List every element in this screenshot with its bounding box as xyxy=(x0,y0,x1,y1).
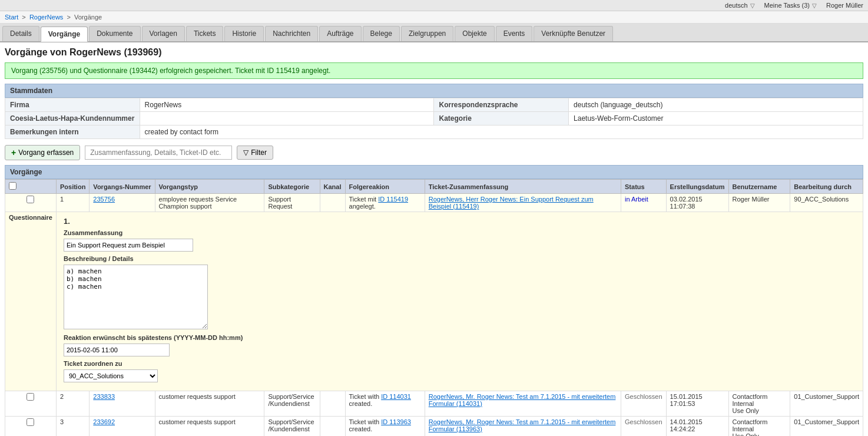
th-kanal: Kanal xyxy=(320,180,345,194)
row1-vorgangs-nummer-link[interactable]: 235756 xyxy=(93,196,115,203)
stammdaten-firma-row: Firma RogerNews Korrespondenzsprache deu… xyxy=(5,98,863,112)
tab-verknuepfte[interactable]: Verknüpfte Benutzer xyxy=(534,26,613,41)
row3-position: 3 xyxy=(56,417,89,437)
row2-folgereaktion-suffix: created. xyxy=(349,400,373,407)
row2-vorgangs-nummer-link[interactable]: 233833 xyxy=(93,393,115,400)
row1-ticket-link[interactable]: RogerNews, Herr Roger News: Ein Support … xyxy=(429,196,594,210)
language-selector[interactable]: deutsch ▽ xyxy=(725,2,755,9)
search-input[interactable] xyxy=(85,146,232,160)
row2-ticket-link[interactable]: RogerNews, Mr. Roger News: Test am 7.1.2… xyxy=(429,393,616,407)
row2-checkbox[interactable] xyxy=(26,393,34,401)
th-benutzername: Benutzername xyxy=(728,180,790,194)
row1-ticket-zusammenfassung[interactable]: RogerNews, Herr Roger News: Ein Support … xyxy=(425,194,621,212)
th-status: Status xyxy=(621,180,667,194)
row2-benutzername: Contactform InternalUse Only xyxy=(728,391,790,417)
questionnaire-zusammenfassung-label: Zusammenfassung xyxy=(64,229,856,236)
th-subkategorie: Subkategorie xyxy=(264,180,320,194)
row2-ticket-zusammenfassung[interactable]: RogerNews, Mr. Roger News: Test am 7.1.2… xyxy=(425,391,621,417)
row3-benutzername: Contactform InternalUse Only xyxy=(728,417,790,437)
questionnaire-ticket-label: Ticket zuordnen zu xyxy=(64,360,856,367)
row1-kanal xyxy=(320,194,345,212)
questionnaire-beschreibung-label: Beschreibung / Details xyxy=(64,255,856,262)
th-erstellungsdatum: Erstellungsdatum xyxy=(666,180,728,194)
row3-folgereaktion: Ticket with ID 113963 created. xyxy=(345,417,425,437)
page-title: Vorgänge von RogerNews (193969) xyxy=(5,47,863,58)
breadcrumb-company[interactable]: RogerNews xyxy=(29,14,63,21)
add-vorgang-button[interactable]: + Vorgang erfassen xyxy=(5,145,80,160)
th-folgereaktion: Folgereakion xyxy=(345,180,425,194)
row2-vorgangs-nummer[interactable]: 233833 xyxy=(90,391,155,417)
questionnaire-beschreibung-section: Beschreibung / Details a) machen b) mach… xyxy=(64,255,856,331)
row3-folgereaktion-link[interactable]: ID 113963 xyxy=(381,418,411,425)
filter-label: Filter xyxy=(251,148,267,157)
row3-erstellungsdatum: 14.01.2015 14:24:22 xyxy=(666,417,728,437)
filter-icon: ▽ xyxy=(243,148,249,157)
stammdaten-header: Stammdaten xyxy=(5,84,863,98)
tab-zielgruppen[interactable]: Zielgruppen xyxy=(401,26,453,41)
row3-ticket-zusammenfassung[interactable]: RogerNews, Mr. Roger News: Test am 7.1.2… xyxy=(425,417,621,437)
row1-vorgangs-nummer[interactable]: 235756 xyxy=(90,194,155,212)
row1-checkbox[interactable] xyxy=(26,196,34,203)
tasks-selector[interactable]: Meine Tasks (3) ▽ xyxy=(764,2,817,9)
vorgaenge-table: Position Vorgangs-Nummer Vorgangstyp Sub… xyxy=(5,179,863,436)
table-row: 3 233692 customer requests support Suppo… xyxy=(5,417,863,437)
row3-ticket-link[interactable]: RogerNews, Mr. Roger News: Test am 7.1.2… xyxy=(429,418,616,432)
tab-dokumente[interactable]: Dokumente xyxy=(89,26,140,41)
questionnaire-ticket-section: Ticket zuordnen zu 90_ACC_Solutions xyxy=(64,360,856,382)
questionnaire-ticket-select[interactable]: 90_ACC_Solutions xyxy=(64,369,158,382)
tab-events[interactable]: Events xyxy=(496,26,533,41)
row3-erstellungsdatum-date: 14.01.2015 xyxy=(670,418,725,425)
row3-kanal xyxy=(320,417,345,437)
tab-objekte[interactable]: Objekte xyxy=(455,26,494,41)
tab-belege[interactable]: Belege xyxy=(363,26,400,41)
row2-erstellungsdatum-date: 15.01.2015 xyxy=(670,393,725,400)
questionnaire-reaktion-input[interactable] xyxy=(64,343,170,356)
tab-tickets[interactable]: Tickets xyxy=(186,26,224,41)
tab-nachrichten[interactable]: Nachrichten xyxy=(265,26,318,41)
th-bearbeitung-durch: Bearbeitung durch xyxy=(790,180,863,194)
row3-folgereaktion-suffix: created. xyxy=(349,425,373,432)
firma-value: RogerNews xyxy=(140,98,434,112)
row2-status: Geschlossen xyxy=(621,391,667,417)
row3-status: Geschlossen xyxy=(621,417,667,437)
questionnaire-label-cell: Questionnaire xyxy=(5,212,57,391)
row3-erstellungsdatum-time: 14:24:22 xyxy=(670,425,725,432)
row1-folgereaktion-text: Ticket mit xyxy=(349,196,379,203)
th-vorgangstyp: Vorgangstyp xyxy=(155,180,264,194)
row2-bearbeitung-durch: 01_Customer_Support xyxy=(790,391,863,417)
filter-button[interactable]: ▽ Filter xyxy=(237,146,273,160)
row1-folgereaktion-link[interactable]: ID 115419 xyxy=(378,196,408,203)
row3-checkbox[interactable] xyxy=(26,418,34,426)
row3-subkategorie: Support/Service/Kundendienst xyxy=(264,417,320,437)
breadcrumb: Start > RogerNews > Vorgänge xyxy=(0,11,868,24)
main-content: Vorgänge von RogerNews (193969) Vorgang … xyxy=(0,42,868,436)
row3-vorgangstyp: customer requests support xyxy=(155,417,264,437)
tab-auftraege[interactable]: Aufträge xyxy=(319,26,361,41)
row3-checkbox-cell xyxy=(5,417,57,437)
questionnaire-zusammenfassung-input[interactable] xyxy=(64,239,193,252)
row2-folgereaktion-text: Ticket with xyxy=(349,393,382,400)
stammdaten-coesia-row: Coesia-Laetus-Hapa-Kundennummer Kategori… xyxy=(5,112,863,125)
language-dropdown-icon: ▽ xyxy=(750,2,755,9)
row2-folgereaktion: Ticket with ID 114031 created. xyxy=(345,391,425,417)
tab-vorlagen[interactable]: Vorlagen xyxy=(142,26,185,41)
tab-vorgaenge[interactable]: Vorgänge xyxy=(41,27,88,42)
questionnaire-row: Questionnaire 1. Zusammenfassung Beschre… xyxy=(5,212,863,391)
row2-erstellungsdatum: 15.01.2015 17:01:53 xyxy=(666,391,728,417)
row3-vorgangs-nummer-link[interactable]: 233692 xyxy=(93,418,115,425)
stammdaten-table: Firma RogerNews Korrespondenzsprache deu… xyxy=(5,98,863,139)
top-bar: deutsch ▽ Meine Tasks (3) ▽ Roger Müller xyxy=(0,0,868,11)
questionnaire-beschreibung-textarea[interactable]: a) machen b) machen c) machen xyxy=(64,265,208,329)
row2-vorgangstyp: customer requests support xyxy=(155,391,264,417)
language-label: deutsch xyxy=(725,2,748,9)
tab-details[interactable]: Details xyxy=(2,26,39,41)
success-message: Vorgang (235756) und Questionnaire (1934… xyxy=(5,62,863,79)
breadcrumb-start[interactable]: Start xyxy=(5,14,18,21)
tab-historie[interactable]: Historie xyxy=(224,26,264,41)
tasks-dropdown-icon: ▽ xyxy=(812,2,817,9)
korrespondenz-value: deutsch (language_deutsch) xyxy=(569,98,863,112)
th-position: Position xyxy=(56,180,89,194)
row2-folgereaktion-link[interactable]: ID 114031 xyxy=(381,393,411,400)
row3-vorgangs-nummer[interactable]: 233692 xyxy=(90,417,155,437)
select-all-checkbox[interactable] xyxy=(9,182,16,190)
